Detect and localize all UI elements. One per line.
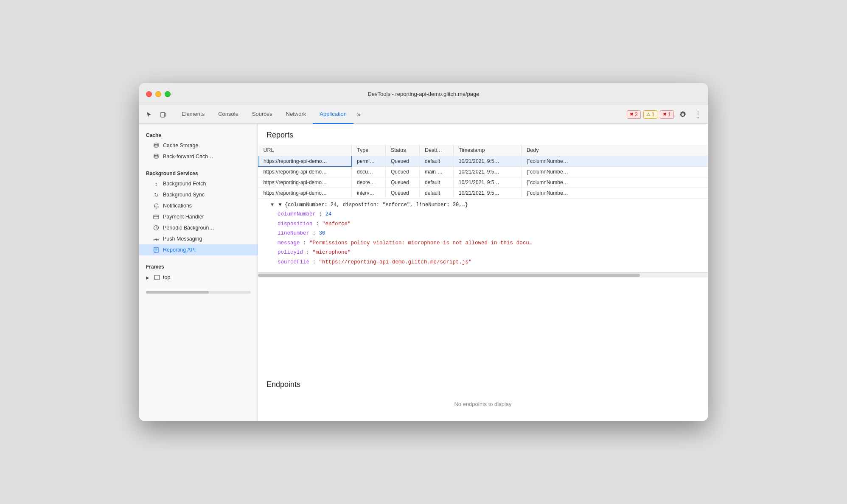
table-row[interactable]: https://reporting-api-demo… interv… Queu… <box>258 188 708 199</box>
reporting-api-label: Reporting API <box>163 247 196 253</box>
reports-section: Reports URL Type Status Desti… Timestamp… <box>258 124 708 373</box>
cache-storage-label: Cache Storage <box>163 143 198 148</box>
table-row[interactable]: https://reporting-api-demo… permi… Queue… <box>258 156 708 167</box>
detail-line-column-number: columnNumber : 24 <box>271 210 699 219</box>
row1-type: permi… <box>352 156 386 167</box>
back-forward-icon <box>153 153 160 160</box>
row2-timestamp: 10/21/2021, 9:5… <box>454 167 522 177</box>
row4-status: Queued <box>386 188 420 199</box>
endpoints-section: Endpoints No endpoints to display <box>258 373 708 421</box>
row2-destination: main-… <box>420 167 454 177</box>
sidebar-item-top-frame[interactable]: ▶ top <box>139 272 258 283</box>
table-row[interactable]: https://reporting-api-demo… docu… Queued… <box>258 167 708 177</box>
tabs-bar: Elements Console Sources Network Applica… <box>175 105 627 124</box>
toolbar-right: ✖ 3 ⚠ 1 ✖ 1 ⋮ <box>627 108 704 121</box>
col-status: Status <box>386 145 420 156</box>
row2-status: Queued <box>386 167 420 177</box>
sidebar-item-reporting-api[interactable]: Reporting API <box>139 244 258 255</box>
tab-console[interactable]: Console <box>211 105 245 124</box>
reports-title: Reports <box>258 124 708 145</box>
background-sync-icon: ↻ <box>153 191 160 198</box>
tab-sources[interactable]: Sources <box>245 105 279 124</box>
detail-header-text: ▼ {columnNumber: 24, disposition: "enfor… <box>278 202 468 208</box>
expanded-detail: ▼ ▼ {columnNumber: 24, disposition: "enf… <box>258 199 708 272</box>
sidebar-item-periodic-background[interactable]: Periodic Backgroun… <box>139 222 258 233</box>
cursor-icon[interactable] <box>143 108 155 121</box>
tab-elements[interactable]: Elements <box>175 105 211 124</box>
row1-timestamp: 10/21/2021, 9:5… <box>454 156 522 167</box>
sidebar-item-notifications[interactable]: Notifications <box>139 200 258 211</box>
svg-rect-12 <box>154 275 160 280</box>
row4-destination: default <box>420 188 454 199</box>
main-layout: Cache Cache Storage <box>139 124 708 421</box>
row2-url: https://reporting-api-demo… <box>258 167 352 177</box>
periodic-background-icon <box>153 224 160 231</box>
col-timestamp: Timestamp <box>454 145 522 156</box>
settings-button[interactable] <box>676 108 689 121</box>
frames-section-label: Frames <box>139 260 258 272</box>
row1-body: {"columnNumbe… <box>522 156 708 167</box>
sidebar-item-push-messaging[interactable]: Push Messaging <box>139 233 258 244</box>
more-options-button[interactable]: ⋮ <box>692 108 704 121</box>
col-url: URL <box>258 145 352 156</box>
row4-body: {"columnNumbe… <box>522 188 708 199</box>
close-button[interactable] <box>146 91 152 97</box>
row3-type: depre… <box>352 177 386 188</box>
maximize-button[interactable] <box>165 91 171 97</box>
error2-icon: ✖ <box>663 112 667 117</box>
warning-count-badge[interactable]: ⚠ 1 <box>643 110 658 119</box>
sidebar-item-cache-storage[interactable]: Cache Storage <box>139 140 258 151</box>
notifications-icon <box>153 202 160 209</box>
sidebar-item-background-fetch[interactable]: ↕ Background Fetch <box>139 178 258 189</box>
col-type: Type <box>352 145 386 156</box>
background-sync-label: Background Sync <box>163 192 205 198</box>
col-body: Body <box>522 145 708 156</box>
tab-application[interactable]: Application <box>313 105 353 124</box>
warning-icon: ⚠ <box>646 112 651 117</box>
svg-rect-0 <box>161 112 165 117</box>
row1-destination: default <box>420 156 454 167</box>
error-icon: ✖ <box>630 112 634 117</box>
notifications-label: Notifications <box>163 203 192 209</box>
sidebar: Cache Cache Storage <box>139 124 258 421</box>
sidebar-item-background-sync[interactable]: ↻ Background Sync <box>139 189 258 200</box>
error2-count: 1 <box>668 112 671 118</box>
error-count-badge[interactable]: ✖ 3 <box>627 110 641 119</box>
sidebar-item-payment-handler[interactable]: Payment Handler <box>139 211 258 222</box>
cache-section-label: Cache <box>139 129 258 140</box>
traffic-lights <box>146 91 171 97</box>
detail-line-line-number: lineNumber : 30 <box>271 229 699 238</box>
table-row[interactable]: https://reporting-api-demo… depre… Queue… <box>258 177 708 188</box>
horizontal-scrollbar[interactable] <box>258 272 708 277</box>
detail-line-disposition: disposition : "enforce" <box>271 219 699 229</box>
titlebar: DevTools - reporting-api-demo.glitch.me/… <box>139 83 708 105</box>
reporting-api-icon <box>153 246 160 253</box>
device-toggle-icon[interactable] <box>157 108 170 121</box>
row3-body: {"columnNumbe… <box>522 177 708 188</box>
row1-status: Queued <box>386 156 420 167</box>
expand-arrow-icon: ▼ <box>271 202 274 208</box>
svg-point-7 <box>156 240 157 241</box>
cache-storage-icon <box>153 142 160 149</box>
background-fetch-icon: ↕ <box>153 180 160 187</box>
devtools-window: DevTools - reporting-api-demo.glitch.me/… <box>139 83 708 421</box>
background-fetch-label: Background Fetch <box>163 181 206 187</box>
error-badge2[interactable]: ✖ 1 <box>660 110 674 119</box>
error-count: 3 <box>635 112 638 118</box>
tab-network[interactable]: Network <box>279 105 313 124</box>
svg-rect-1 <box>165 113 166 116</box>
minimize-button[interactable] <box>155 91 161 97</box>
row4-timestamp: 10/21/2021, 9:5… <box>454 188 522 199</box>
row2-body: {"columnNumbe… <box>522 167 708 177</box>
frame-icon <box>154 274 160 281</box>
window-title: DevTools - reporting-api-demo.glitch.me/… <box>367 91 479 97</box>
toolbar: Elements Console Sources Network Applica… <box>139 105 708 124</box>
row2-type: docu… <box>352 167 386 177</box>
payment-handler-icon <box>153 213 160 220</box>
more-tabs-button[interactable]: » <box>353 105 364 124</box>
bg-services-section-label: Background Services <box>139 167 258 178</box>
row1-url: https://reporting-api-demo… <box>258 156 352 167</box>
svg-point-2 <box>154 143 158 145</box>
sidebar-item-back-forward-cache[interactable]: Back-forward Cach… <box>139 151 258 162</box>
back-forward-label: Back-forward Cach… <box>163 154 213 160</box>
